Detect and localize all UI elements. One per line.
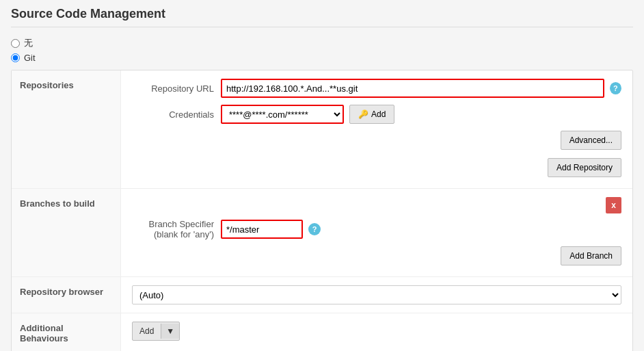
branch-help-icon[interactable]: ? [308, 223, 321, 235]
add-behaviour-arrow: ▼ [161, 324, 179, 339]
add-branch-btn-row: Add Branch [132, 246, 621, 265]
credentials-label: Credentials [132, 109, 221, 120]
advanced-button[interactable]: Advanced... [561, 131, 621, 150]
add-repository-button[interactable]: Add Repository [548, 158, 621, 177]
radio-git-input[interactable] [11, 53, 20, 62]
additional-behaviours-section-label: Additional Behaviours [12, 313, 121, 351]
add-btn-label: Add [371, 109, 386, 119]
add-branch-button[interactable]: Add Branch [561, 246, 621, 265]
repo-browser-section-content: (Auto) GitHub GitLab Bitbucket [121, 277, 632, 313]
branches-section-content: x Branch Specifier (blank for 'any') ? A… [121, 189, 632, 276]
url-label: Repository URL [132, 83, 221, 94]
page-title: Source Code Management [11, 7, 633, 27]
key-icon: 🔑 [358, 109, 368, 119]
scm-section: 无 Git Repositories Repository URL ? [11, 37, 633, 351]
branch-specifier-label: Branch Specifier (blank for 'any') [132, 219, 221, 239]
remove-branch-button[interactable]: x [606, 197, 621, 213]
branches-section-label: Branches to build [12, 189, 121, 276]
credentials-select[interactable]: ****@****.com/****** [221, 105, 344, 124]
branch-specifier-input[interactable] [221, 220, 303, 239]
radio-git-label: Git [24, 53, 36, 63]
radio-none[interactable]: 无 [11, 37, 633, 49]
url-form-row: Repository URL ? [132, 79, 621, 98]
credentials-add-button[interactable]: 🔑 Add [349, 105, 394, 124]
branches-header: x [132, 197, 621, 213]
main-content: Repositories Repository URL ? Credential… [11, 70, 633, 351]
radio-none-input[interactable] [11, 39, 20, 48]
repositories-row: Repositories Repository URL ? Credential… [12, 70, 632, 189]
advanced-btn-row: Advanced... [132, 131, 621, 150]
url-help-icon[interactable]: ? [610, 82, 621, 94]
radio-git[interactable]: Git [11, 53, 633, 63]
additional-behaviours-section-content: Add ▼ [121, 313, 632, 351]
radio-none-label: 无 [24, 37, 33, 49]
branch-specifier-field: ? [221, 220, 621, 239]
radio-group: 无 Git [11, 37, 633, 63]
url-field: ? [221, 79, 621, 98]
add-repo-btn-row: Add Repository [132, 154, 621, 177]
credentials-form-row: Credentials ****@****.com/****** 🔑 Add [132, 105, 621, 124]
repo-browser-section-label: Repository browser [12, 277, 121, 313]
repo-browser-select[interactable]: (Auto) GitHub GitLab Bitbucket [132, 285, 621, 304]
page-container: Source Code Management 无 Git Repositorie… [0, 0, 644, 351]
repository-url-input[interactable] [221, 79, 604, 98]
repositories-section-content: Repository URL ? Credentials ****@****.c… [121, 70, 632, 188]
additional-behaviours-row: Additional Behaviours Add ▼ [12, 313, 632, 351]
add-behaviour-label: Add [133, 324, 161, 339]
add-behaviour-button[interactable]: Add ▼ [132, 322, 180, 341]
credentials-field: ****@****.com/****** 🔑 Add [221, 105, 621, 124]
repo-browser-row: Repository browser (Auto) GitHub GitLab … [12, 277, 632, 313]
repositories-section-label: Repositories [12, 70, 121, 188]
branches-row: Branches to build x Branch Specifier (bl… [12, 189, 632, 277]
branch-specifier-row: Branch Specifier (blank for 'any') ? [132, 219, 621, 239]
